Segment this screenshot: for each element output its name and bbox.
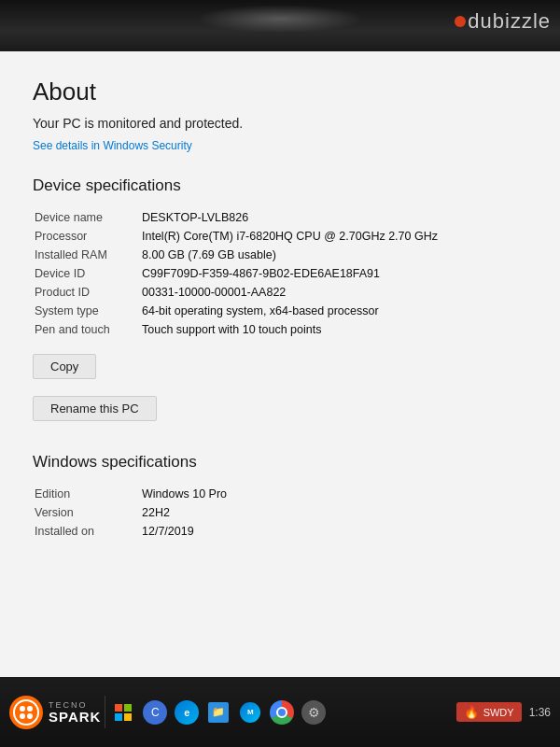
device-spec-row: Installed RAM8.00 GB (7.69 GB usable) <box>33 246 527 264</box>
win-q2 <box>124 704 132 712</box>
spark-dot-3 <box>20 713 25 719</box>
swdy-badge: 🔥 SWDY <box>456 702 522 722</box>
spec-label: Device name <box>33 208 140 227</box>
spec-value: Windows 10 Pro <box>140 485 527 503</box>
protected-text: Your PC is monitored and protected. <box>33 116 527 131</box>
spec-value: 12/7/2019 <box>140 522 527 541</box>
device-spec-row: Device nameDESKTOP-LVLB826 <box>33 208 527 227</box>
windows-specs-table: EditionWindows 10 ProVersion22H2Installe… <box>33 485 527 541</box>
spec-label: Product ID <box>33 283 140 302</box>
settings-icon: ⚙ <box>301 700 326 725</box>
reflection <box>196 5 364 33</box>
device-specs-table: Device nameDESKTOP-LVLB826ProcessorIntel… <box>33 208 527 339</box>
dubizzle-dot <box>455 16 466 27</box>
time-display: 1:36 <box>529 706 551 719</box>
chrome-button[interactable] <box>268 698 296 726</box>
spark-dot-2 <box>27 706 33 712</box>
spark-icon-inner <box>13 699 39 726</box>
taskbar-icons-row: C e 📁 M <box>109 698 328 726</box>
dubizzle-text: dubizzle <box>468 9 551 33</box>
windows-spec-row: Version22H2 <box>33 503 527 522</box>
spec-label: Pen and touch <box>33 320 140 339</box>
spec-value: 22H2 <box>140 503 527 522</box>
ms-store-icon: M <box>240 702 260 723</box>
device-spec-row: ProcessorIntel(R) Core(TM) i7-6820HQ CPU… <box>33 227 527 246</box>
file-icon-label: 📁 <box>212 706 225 718</box>
copy-button[interactable]: Copy <box>33 354 96 379</box>
device-spec-row: System type64-bit operating system, x64-… <box>33 302 527 320</box>
dubizzle-watermark: dubizzle <box>455 9 551 34</box>
edge-icon: e <box>175 700 199 725</box>
spark-name-label: SPARK <box>49 710 101 724</box>
win-q4 <box>124 713 132 721</box>
spec-value: DESKTOP-LVLB826 <box>140 208 527 227</box>
spec-value: 8.00 GB (7.69 GB usable) <box>140 246 527 264</box>
spark-dot-4 <box>27 713 33 719</box>
taskbar-right: 🔥 SWDY 1:36 <box>456 702 551 722</box>
tecno-text: TECNO SPARK <box>49 700 101 724</box>
spec-label: Processor <box>33 227 140 246</box>
spec-label: Version <box>33 503 140 522</box>
windows-icon <box>115 704 132 721</box>
win-q1 <box>115 704 122 712</box>
file-explorer-button[interactable]: 📁 <box>204 698 232 726</box>
spec-label: Device ID <box>33 264 140 283</box>
cortana-icon: C <box>143 700 167 725</box>
windows-specs-title: Windows specifications <box>33 453 527 472</box>
spec-label: System type <box>33 302 140 320</box>
windows-search-button[interactable] <box>109 698 137 726</box>
taskbar-separator-1 <box>105 696 105 728</box>
device-specs-title: Device specifications <box>33 176 527 195</box>
security-link[interactable]: See details in Windows Security <box>33 139 192 152</box>
content-area: About Your PC is monitored and protected… <box>0 51 560 677</box>
windows-spec-row: EditionWindows 10 Pro <box>33 485 527 503</box>
ms-icon-text: M <box>247 708 254 716</box>
spec-value: Intel(R) Core(TM) i7-6820HQ CPU @ 2.70GH… <box>140 227 527 246</box>
rename-button[interactable]: Rename this PC <box>33 396 157 421</box>
device-spec-row: Pen and touchTouch support with 10 touch… <box>33 320 527 339</box>
ms-store-button[interactable]: M <box>236 698 264 726</box>
spark-dot-1 <box>20 706 25 712</box>
about-title: About <box>33 78 527 106</box>
win-q3 <box>115 713 122 721</box>
spec-label: Edition <box>33 485 140 503</box>
swdy-fire-icon: 🔥 <box>464 705 479 719</box>
cortana-button[interactable]: C <box>141 698 169 726</box>
chrome-icon <box>270 700 294 725</box>
edge-button[interactable]: e <box>173 698 201 726</box>
settings-button[interactable]: ⚙ <box>300 698 328 726</box>
windows-spec-row: Installed on12/7/2019 <box>33 522 527 541</box>
taskbar: TECNO SPARK C e <box>0 677 560 747</box>
spec-label: Installed RAM <box>33 246 140 264</box>
spark-icon <box>9 696 43 729</box>
device-spec-row: Device IDC99F709D-F359-4867-9B02-EDE6AE1… <box>33 264 527 283</box>
swdy-label: SWDY <box>483 707 514 718</box>
file-icon: 📁 <box>208 702 229 723</box>
spark-dots <box>20 706 33 719</box>
spec-value: 64-bit operating system, x64-based proce… <box>140 302 527 320</box>
spec-value: Touch support with 10 touch points <box>140 320 527 339</box>
chrome-inner <box>276 707 287 718</box>
tecno-brand: TECNO SPARK <box>9 696 101 729</box>
spec-value: C99F709D-F359-4867-9B02-EDE6AE18FA91 <box>140 264 527 283</box>
spec-value: 00331-10000-00001-AA822 <box>140 283 527 302</box>
spec-label: Installed on <box>33 522 140 541</box>
device-spec-row: Product ID00331-10000-00001-AA822 <box>33 283 527 302</box>
